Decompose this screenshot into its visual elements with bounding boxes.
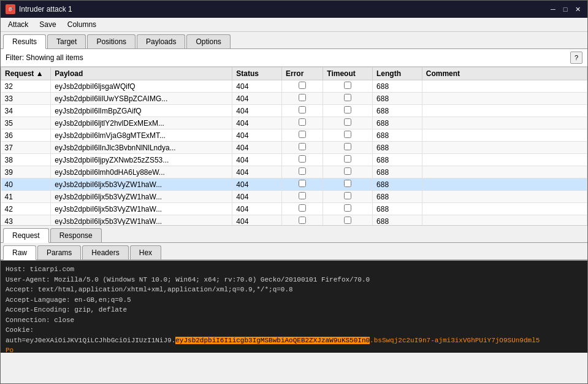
table-row[interactable]: 41 eyJsb2dpbiI6ljx5b3VyZW1haW... 404 688 bbox=[1, 191, 587, 203]
col-timeout[interactable]: Timeout bbox=[323, 67, 373, 80]
cell-payload: eyJsb2dpbiI6lmh0dHA6Ly88eW... bbox=[51, 166, 232, 179]
request-line-po: Po bbox=[6, 345, 582, 353]
cell-error[interactable] bbox=[282, 203, 323, 215]
cell-status: 404 bbox=[232, 93, 282, 105]
cell-request: 41 bbox=[1, 191, 51, 203]
cell-timeout[interactable] bbox=[323, 215, 373, 226]
col-request[interactable]: Request ▲ bbox=[1, 67, 51, 80]
cell-timeout[interactable] bbox=[323, 191, 373, 203]
table-row[interactable]: 40 eyJsb2dpbiI6ljx5b3VyZW1haW... 404 688 bbox=[1, 179, 587, 191]
cell-status: 404 bbox=[232, 117, 282, 129]
cell-error[interactable] bbox=[282, 80, 323, 93]
cell-timeout[interactable] bbox=[323, 142, 373, 154]
cell-length: 688 bbox=[373, 166, 422, 179]
cell-comment bbox=[422, 191, 587, 203]
results-table: Request ▲ Payload Status Error Timeout L… bbox=[1, 67, 587, 225]
col-status[interactable]: Status bbox=[232, 67, 282, 80]
cell-payload: eyJsb2dpbiI6lInJlc3BvbnNlNlLndya... bbox=[51, 142, 232, 154]
menu-attack[interactable]: Attack bbox=[3, 19, 33, 30]
col-comment[interactable]: Comment bbox=[422, 67, 587, 80]
cell-request: 37 bbox=[1, 142, 51, 154]
cell-error[interactable] bbox=[282, 191, 323, 203]
cell-error[interactable] bbox=[282, 142, 323, 154]
col-payload[interactable]: Payload bbox=[51, 67, 232, 80]
menu-columns[interactable]: Columns bbox=[63, 19, 101, 30]
cell-payload: eyJsb2dpbiI6ljtlY2hvlDExMExM... bbox=[51, 117, 232, 129]
cell-comment bbox=[422, 203, 587, 215]
cell-error[interactable] bbox=[282, 117, 323, 129]
tab-results[interactable]: Results bbox=[3, 34, 46, 49]
cell-error[interactable] bbox=[282, 129, 323, 142]
cell-error[interactable] bbox=[282, 154, 323, 166]
request-line-connection: Connection: close bbox=[6, 315, 582, 326]
tab-raw[interactable]: Raw bbox=[3, 245, 36, 260]
cell-payload: eyJsb2dpbiI6ljx5b3VyZW1haW... bbox=[51, 215, 232, 226]
cell-length: 688 bbox=[373, 191, 422, 203]
request-content: Host: ticarpi.com User-Agent: Mozilla/5.… bbox=[1, 261, 587, 353]
table-row[interactable]: 35 eyJsb2dpbiI6ljtlY2hvlDExMExM... 404 6… bbox=[1, 117, 587, 129]
table-row[interactable]: 42 eyJsb2dpbiI6ljx5b3VyZW1haW... 404 688 bbox=[1, 203, 587, 215]
tab-payloads[interactable]: Payloads bbox=[137, 34, 185, 48]
tab-positions[interactable]: Positions bbox=[87, 34, 136, 48]
cell-request: 35 bbox=[1, 117, 51, 129]
cell-timeout[interactable] bbox=[323, 203, 373, 215]
cell-request: 40 bbox=[1, 179, 51, 191]
cell-comment bbox=[422, 154, 587, 166]
tab-hex[interactable]: Hex bbox=[130, 245, 161, 259]
table-row[interactable]: 36 eyJsb2dpbiI6lmVjaG8gMTExMT... 404 688 bbox=[1, 129, 587, 142]
cell-timeout[interactable] bbox=[323, 105, 373, 117]
tab-headers[interactable]: Headers bbox=[82, 245, 128, 259]
cell-status: 404 bbox=[232, 191, 282, 203]
cell-comment bbox=[422, 93, 587, 105]
table-row[interactable]: 38 eyJsb2dpbiI6ljpyZXNwb25zZS53... 404 6… bbox=[1, 154, 587, 166]
cell-request: 32 bbox=[1, 80, 51, 93]
col-length[interactable]: Length bbox=[373, 67, 422, 80]
tab-request[interactable]: Request bbox=[3, 228, 49, 243]
cell-payload: eyJsb2dpbiI6ljpyZXNwb25zZS53... bbox=[51, 154, 232, 166]
cell-timeout[interactable] bbox=[323, 117, 373, 129]
cell-status: 404 bbox=[232, 105, 282, 117]
table-row[interactable]: 37 eyJsb2dpbiI6lInJlc3BvbnNlNlLndya... 4… bbox=[1, 142, 587, 154]
cell-error[interactable] bbox=[282, 93, 323, 105]
table-row[interactable]: 34 eyJsb2dpbiI6lImBpZGAifQ 404 688 bbox=[1, 105, 587, 117]
bottom-tabs: Request Response Raw Params Headers Hex bbox=[1, 225, 587, 261]
table-row[interactable]: 32 eyJsb2dpbiI6ljsgaWQifQ 404 688 bbox=[1, 80, 587, 93]
minimize-button[interactable]: ─ bbox=[548, 4, 558, 14]
cell-payload: eyJsb2dpbiI6ljx5b3VyZW1haW... bbox=[51, 179, 232, 191]
cell-comment bbox=[422, 215, 587, 226]
cell-payload: eyJsb2dpbiI6lmVjaG8gMTExMT... bbox=[51, 129, 232, 142]
cell-error[interactable] bbox=[282, 105, 323, 117]
tab-options[interactable]: Options bbox=[186, 34, 230, 48]
cell-status: 404 bbox=[232, 142, 282, 154]
cell-timeout[interactable] bbox=[323, 154, 373, 166]
cell-timeout[interactable] bbox=[323, 93, 373, 105]
request-line-acceptenc: Accept-Encoding: gzip, deflate bbox=[6, 305, 582, 315]
tab-params[interactable]: Params bbox=[37, 245, 81, 259]
filter-text: Filter: Showing all items bbox=[6, 53, 83, 62]
table-row[interactable]: 33 eyJsb2dpbiI6liIUwYSBpZCAIMG... 404 68… bbox=[1, 93, 587, 105]
cell-request: 36 bbox=[1, 129, 51, 142]
maximize-button[interactable]: □ bbox=[560, 4, 570, 14]
cell-error[interactable] bbox=[282, 215, 323, 226]
cell-length: 688 bbox=[373, 105, 422, 117]
cell-length: 688 bbox=[373, 117, 422, 129]
request-line-useragent: User-Agent: Mozilla/5.0 (Windows NT 10.0… bbox=[6, 275, 582, 285]
close-button[interactable]: ✕ bbox=[573, 4, 582, 14]
results-table-container: Request ▲ Payload Status Error Timeout L… bbox=[1, 67, 587, 225]
menu-save[interactable]: Save bbox=[34, 19, 61, 30]
table-row[interactable]: 39 eyJsb2dpbiI6lmh0dHA6Ly88eW... 404 688 bbox=[1, 166, 587, 179]
help-button[interactable]: ? bbox=[570, 52, 582, 64]
tab-target[interactable]: Target bbox=[47, 34, 86, 48]
table-row[interactable]: 43 eyJsb2dpbiI6ljx5b3VyZW1haW... 404 688 bbox=[1, 215, 587, 226]
cell-status: 404 bbox=[232, 129, 282, 142]
cell-length: 688 bbox=[373, 129, 422, 142]
cell-timeout[interactable] bbox=[323, 166, 373, 179]
cell-error[interactable] bbox=[282, 179, 323, 191]
tab-response[interactable]: Response bbox=[50, 228, 102, 242]
col-error[interactable]: Error bbox=[282, 67, 323, 80]
cell-timeout[interactable] bbox=[323, 129, 373, 142]
cell-error[interactable] bbox=[282, 166, 323, 179]
request-line-accept: Accept: text/html,application/xhtml+xml,… bbox=[6, 285, 582, 295]
cell-timeout[interactable] bbox=[323, 80, 373, 93]
cell-timeout[interactable] bbox=[323, 179, 373, 191]
